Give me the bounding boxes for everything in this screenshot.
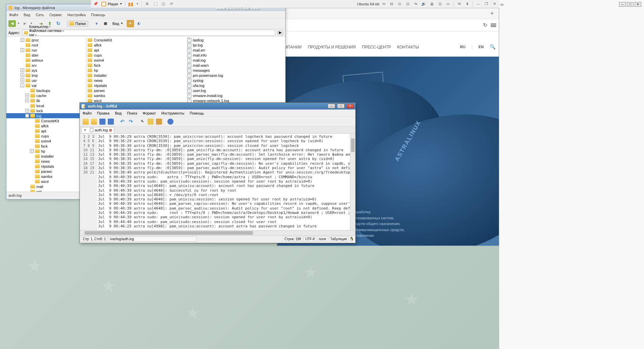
vm-minimize-icon[interactable]: ─	[476, 1, 481, 7]
list-item[interactable]: messages	[187, 68, 284, 73]
pin-icon[interactable]: 📌	[93, 1, 98, 7]
tool-icon[interactable]: ◐	[135, 20, 143, 27]
menu-item[interactable]: Вид	[115, 111, 122, 115]
reload-icon[interactable]: ↻	[483, 22, 487, 28]
tree-item[interactable]: +tmp	[6, 73, 86, 78]
tree-item[interactable]: root	[6, 42, 86, 47]
nav-link[interactable]: ПРОДУКТЫ И РЕШЕНИЯ	[308, 45, 356, 50]
unity-icon[interactable]: ◫	[161, 1, 166, 7]
help-icon[interactable]	[167, 118, 174, 125]
list-item[interactable]: mail.info	[187, 53, 284, 58]
list-item[interactable]: user.log	[187, 88, 284, 93]
tree-item[interactable]: +lock	[6, 108, 86, 113]
paste-icon[interactable]	[155, 118, 163, 125]
tree-item[interactable]: +sys	[6, 68, 86, 73]
view-grid-icon[interactable]: ▦	[102, 20, 109, 27]
device-icon[interactable]: ▭	[445, 1, 451, 7]
tree-item[interactable]: aflck	[6, 123, 86, 128]
tree-item[interactable]: +run	[6, 47, 86, 53]
tree-item[interactable]: -log	[6, 113, 86, 118]
breadcrumb[interactable]: Компьютер ▸	[29, 25, 64, 29]
download-icon[interactable]: ⬇	[464, 1, 470, 7]
device-icon[interactable]: ⇋	[413, 1, 418, 7]
list-item[interactable]: lastlog	[187, 37, 284, 42]
menu-item[interactable]: Настройка	[67, 13, 86, 17]
menu-item[interactable]: Вид	[24, 13, 30, 17]
list-item[interactable]: mail.warn	[187, 63, 284, 68]
tree-item[interactable]: mail	[6, 184, 86, 189]
tab-mode[interactable]: Табуляция	[329, 236, 349, 242]
editor-content[interactable]: 1 2 3 4 5 6 7 8 9 10 11 12 13 14 15 16 1…	[80, 134, 355, 230]
open-file-icon[interactable]	[90, 118, 98, 125]
list-item[interactable]: mail.err	[187, 47, 284, 53]
device-icon[interactable]: ◷	[397, 1, 402, 7]
list-item[interactable]: apt	[88, 47, 185, 53]
nav-fwd-button[interactable]: ▶	[21, 20, 29, 27]
vertical-scrollbar[interactable]	[350, 134, 355, 230]
close-tab-icon[interactable]: ⊠	[109, 128, 112, 132]
device-icon[interactable]: ⊡	[405, 1, 410, 7]
lang-ru[interactable]: RU	[460, 45, 465, 49]
menu-item[interactable]: Формат	[143, 111, 156, 115]
list-item[interactable]: samba	[88, 93, 185, 98]
edit-icon[interactable]: ✎	[138, 118, 146, 125]
menu-item[interactable]: Файл	[83, 111, 92, 115]
maximize-button[interactable]: □	[627, 2, 634, 7]
undo-icon[interactable]: ↶	[119, 118, 126, 125]
list-item[interactable]: vmware-install.log	[187, 93, 284, 98]
device-icon[interactable]: 🖶	[429, 1, 434, 7]
text-area[interactable]: Jul 9 00:36:29 astra CRON[3530]: pam_uni…	[97, 134, 355, 230]
list-item[interactable]: aflck	[88, 42, 185, 47]
minimize-button[interactable]: ─	[619, 2, 626, 7]
menu-item[interactable]: Помощь	[91, 13, 105, 17]
list-item[interactable]: fsck	[88, 63, 185, 68]
tab-dropdown-icon[interactable]: ▼	[84, 128, 87, 132]
tree-item[interactable]: -var	[6, 83, 86, 88]
tree-item[interactable]: sbin	[6, 53, 86, 58]
lang-en[interactable]: EN	[479, 45, 484, 49]
editor-titlebar[interactable]: 📝 auth.log - JuffEd ─ □ ✕	[80, 103, 355, 109]
view-dropdown[interactable]: Вид▼	[110, 21, 125, 26]
tree-item[interactable]: installer	[6, 154, 86, 159]
menu-item[interactable]: Файл	[9, 13, 18, 17]
list-item[interactable]: installer	[88, 73, 185, 78]
tool-icon[interactable]: ✦	[127, 20, 134, 27]
menu-item[interactable]: Инструменты	[161, 111, 185, 115]
go-icon[interactable]: ▶	[277, 30, 283, 35]
vm-restore-icon[interactable]: ❐	[484, 1, 489, 7]
minimize-button[interactable]: ─	[328, 104, 335, 108]
pause-icon[interactable]: ▮▮	[128, 1, 133, 7]
file-tab[interactable]: ▼ auth.log ⊠	[81, 127, 114, 133]
folders-toggle[interactable]: Папки	[67, 21, 88, 27]
list-item[interactable]: parsec	[88, 88, 185, 93]
list-item[interactable]: ufw.log	[187, 83, 284, 88]
breadcrumb[interactable]: var ▸	[29, 33, 64, 37]
list-item[interactable]: hp	[88, 68, 185, 73]
tree-item[interactable]: ConsoleKit	[6, 118, 86, 123]
tree-item[interactable]: parsec	[6, 169, 86, 174]
redo-icon[interactable]: ↷	[127, 118, 134, 125]
close-button[interactable]: ✕	[635, 2, 641, 7]
tree-item[interactable]: opt	[6, 189, 86, 192]
list-item[interactable]: ntpstats	[88, 83, 185, 88]
tree-item[interactable]: +proc	[6, 37, 86, 42]
nav-back-button[interactable]: ◀	[8, 20, 16, 27]
tree-item[interactable]: +usr	[6, 78, 86, 83]
tree-item[interactable]: local	[6, 103, 86, 108]
filter-icon[interactable]: ▼	[93, 20, 100, 27]
list-item[interactable]: pm-powersave.log	[187, 73, 284, 78]
list-item[interactable]: exim4	[88, 58, 185, 63]
tree-item[interactable]: +lib	[6, 98, 86, 103]
tree-item[interactable]: fsck	[6, 144, 86, 149]
save-icon[interactable]	[99, 118, 106, 125]
save-all-icon[interactable]	[107, 118, 115, 125]
tree-item[interactable]: selinux	[6, 58, 86, 63]
vm-close-icon[interactable]: ✕	[492, 1, 497, 7]
address-field[interactable]: Компьютер ▸ Файловая система ▸ var ▸ log…	[22, 30, 275, 36]
list-item[interactable]: syslog	[187, 78, 284, 83]
tree-item[interactable]: apt	[6, 128, 86, 133]
tree-item[interactable]: srv	[6, 63, 86, 68]
tree-item[interactable]: +hp	[6, 149, 86, 154]
tree-item[interactable]: wicd	[6, 179, 86, 184]
copy-icon[interactable]	[147, 118, 154, 125]
